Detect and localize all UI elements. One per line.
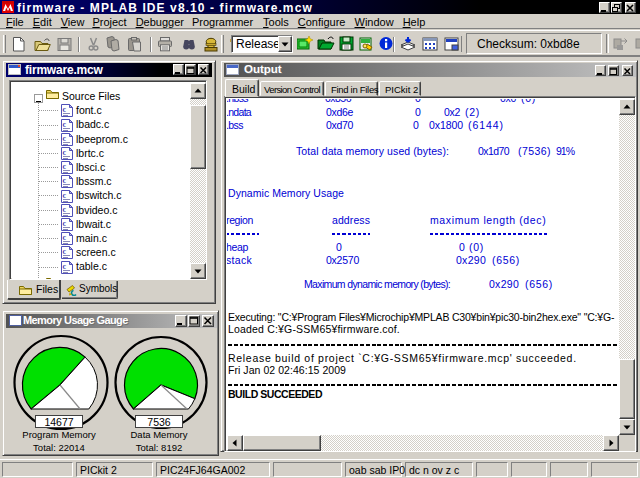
svg-text:c: c bbox=[63, 218, 67, 227]
svg-text:c: c bbox=[63, 247, 67, 256]
svg-text:c: c bbox=[63, 261, 67, 270]
svg-text:c: c bbox=[63, 119, 67, 128]
svg-text:c: c bbox=[63, 176, 67, 185]
svg-text:c: c bbox=[63, 162, 67, 171]
svg-text:c: c bbox=[63, 105, 67, 114]
svg-text:c: c bbox=[63, 190, 67, 199]
svg-text:c: c bbox=[63, 133, 67, 142]
svg-text:c: c bbox=[63, 204, 67, 213]
svg-text:c: c bbox=[63, 147, 67, 156]
svg-text:c: c bbox=[63, 233, 67, 242]
